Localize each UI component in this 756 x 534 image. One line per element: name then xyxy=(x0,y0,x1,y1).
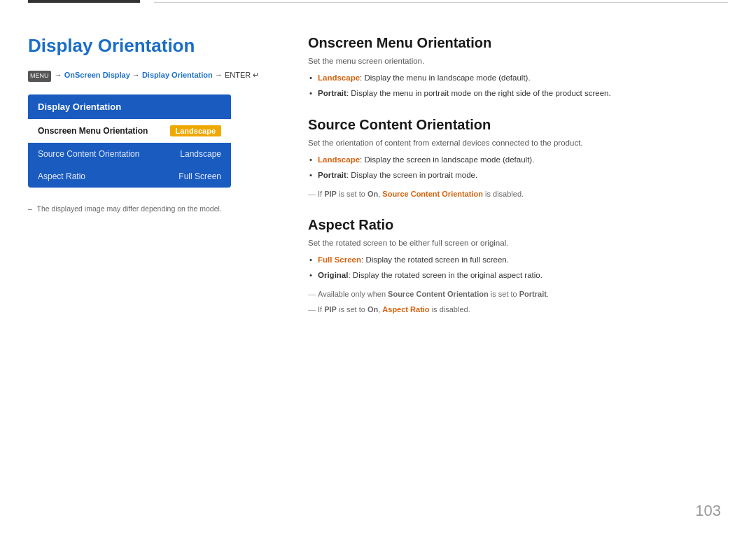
page-number: 103 xyxy=(695,502,721,520)
breadcrumb-arrow1: → xyxy=(55,71,62,79)
source-bullet-landscape: Landscape: Display the screen in landsca… xyxy=(308,154,728,166)
page-title: Display Orientation xyxy=(28,35,266,57)
aspect-bullet-original: Original: Display the rotated screen in … xyxy=(308,269,728,281)
source-portrait-label: Portrait xyxy=(318,171,346,179)
breadcrumb-link2[interactable]: Display Orientation xyxy=(142,71,213,79)
onscreen-bullet-list: Landscape: Display the menu in landscape… xyxy=(308,72,728,100)
menu-item-onscreen[interactable]: Onscreen Menu Orientation Landscape xyxy=(28,119,231,143)
source-bullet-list: Landscape: Display the screen in landsca… xyxy=(308,154,728,182)
section-aspect-intro: Set the rotated screen to be either full… xyxy=(308,239,728,247)
right-panel: Onscreen Menu Orientation Set the menu s… xyxy=(266,14,728,520)
aspect-note-2: If PIP is set to On, Aspect Ratio is dis… xyxy=(308,304,728,316)
source-note: If PIP is set to On, Source Content Orie… xyxy=(308,188,728,200)
menu-item-aspect[interactable]: Aspect Ratio Full Screen xyxy=(28,165,231,188)
top-bar-line xyxy=(154,2,728,3)
aspect-bullet-fullscreen: Full Screen: Display the rotated screen … xyxy=(308,254,728,266)
section-source-title: Source Content Orientation xyxy=(308,117,728,133)
menu-item-aspect-value: Full Screen xyxy=(178,171,221,181)
landscape-label: Landscape xyxy=(318,73,360,82)
menu-item-source[interactable]: Source Content Orientation Landscape xyxy=(28,143,231,165)
section-aspect-ratio: Aspect Ratio Set the rotated screen to b… xyxy=(308,217,728,316)
model-note: – The displayed image may differ dependi… xyxy=(28,204,266,213)
fullscreen-label: Full Screen xyxy=(318,255,361,264)
menu-item-aspect-label: Aspect Ratio xyxy=(38,171,85,181)
source-bullet-portrait: Portrait: Display the screen in portrait… xyxy=(308,169,728,181)
menu-item-onscreen-value: Landscape xyxy=(170,125,221,136)
top-bar-accent xyxy=(28,0,140,3)
onscreen-bullet-portrait: Portrait: Display the menu in portrait m… xyxy=(308,87,728,99)
section-source-intro: Set the orientation of content from exte… xyxy=(308,139,728,147)
menu-icon: MENU xyxy=(28,71,51,82)
onscreen-bullet-landscape: Landscape: Display the menu in landscape… xyxy=(308,72,728,84)
section-onscreen-title: Onscreen Menu Orientation xyxy=(308,35,728,51)
original-label: Original xyxy=(318,271,348,279)
menu-item-source-value: Landscape xyxy=(180,149,221,159)
section-onscreen-menu: Onscreen Menu Orientation Set the menu s… xyxy=(308,35,728,100)
breadcrumb: MENU → OnScreen Display → Display Orient… xyxy=(28,69,266,82)
breadcrumb-arrow3: → xyxy=(215,71,223,79)
breadcrumb-enter: ENTER ↵ xyxy=(225,71,259,79)
page-content: Display Orientation MENU → OnScreen Disp… xyxy=(28,14,728,520)
menu-item-onscreen-label: Onscreen Menu Orientation xyxy=(38,126,148,136)
aspect-bullet-list: Full Screen: Display the rotated screen … xyxy=(308,254,728,282)
menu-item-source-label: Source Content Orientation xyxy=(38,149,139,159)
top-bar xyxy=(0,0,756,4)
breadcrumb-arrow2: → xyxy=(132,71,140,79)
source-landscape-label: Landscape xyxy=(318,155,360,164)
breadcrumb-link1[interactable]: OnScreen Display xyxy=(64,71,130,79)
section-source-content: Source Content Orientation Set the orien… xyxy=(308,117,728,200)
menu-box-title: Display Orientation xyxy=(28,94,231,119)
section-onscreen-intro: Set the menu screen orientation. xyxy=(308,57,728,65)
portrait-label: Portrait xyxy=(318,89,346,97)
aspect-note-1: Available only when Source Content Orien… xyxy=(308,288,728,300)
menu-box: Display Orientation Onscreen Menu Orient… xyxy=(28,94,231,188)
left-panel: Display Orientation MENU → OnScreen Disp… xyxy=(28,14,266,520)
section-aspect-title: Aspect Ratio xyxy=(308,217,728,233)
